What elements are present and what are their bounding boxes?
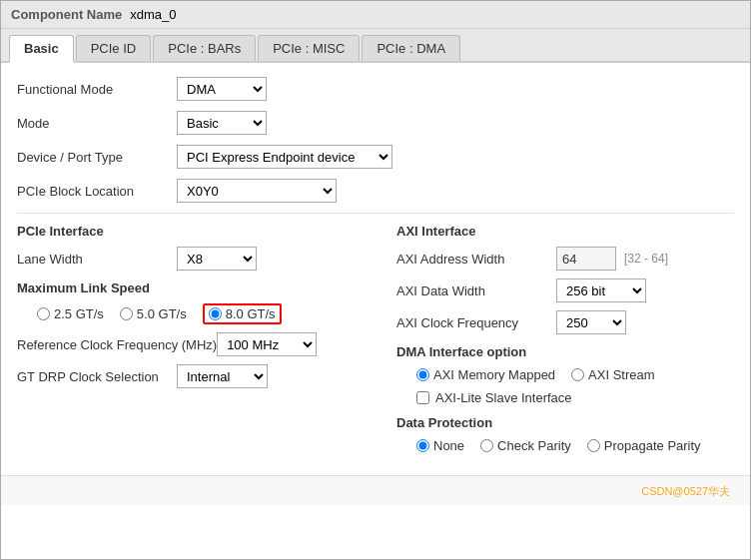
tab-pcie-bars[interactable]: PCIe : BARs [153,35,256,61]
device-port-type-select[interactable]: PCI Express Endpoint device [177,145,392,169]
speed-50-label: 5.0 GT/s [137,306,187,321]
bottom-bar: CSDN@0527华夫 [1,475,750,505]
tab-pcie-dma[interactable]: PCIe : DMA [362,35,460,61]
axi-address-width-hint: [32 - 64] [624,252,668,266]
axi-lite-row: AXI-Lite Slave Interface [416,390,734,405]
speed-25-label: 2.5 GT/s [54,306,104,321]
axi-memory-mapped-label: AXI Memory Mapped [433,367,555,382]
tab-pcie-misc[interactable]: PCIe : MISC [258,35,360,61]
protection-check-parity-radio[interactable] [480,439,493,452]
protection-propagate-parity-option[interactable]: Propagate Parity [587,438,701,453]
data-protection-radio-group: None Check Parity Propagate Parity [416,438,734,453]
speed-25-radio[interactable] [37,307,50,320]
axi-address-width-label: AXI Address Width [396,252,556,267]
axi-stream-radio[interactable] [571,368,584,381]
max-link-speed-title: Maximum Link Speed [17,280,376,295]
speed-25-option[interactable]: 2.5 GT/s [37,306,104,321]
axi-lite-label: AXI-Lite Slave Interface [435,390,572,405]
lane-width-select[interactable]: X8 [177,247,257,271]
protection-none-radio[interactable] [416,439,429,452]
pcie-block-location-select[interactable]: X0Y0 [177,179,337,203]
gt-drp-select[interactable]: Internal [177,364,268,388]
device-port-type-label: Device / Port Type [17,150,177,165]
protection-check-parity-option[interactable]: Check Parity [480,438,571,453]
functional-mode-label: Functional Mode [17,82,177,97]
axi-clock-freq-select[interactable]: 250 [556,310,626,334]
speed-radio-group: 2.5 GT/s 5.0 GT/s 8.0 GT/s [37,303,376,324]
protection-propagate-parity-radio[interactable] [587,439,600,452]
component-name-value: xdma_0 [130,7,176,22]
axi-clock-freq-label: AXI Clock Frequency [396,315,556,330]
lane-width-label: Lane Width [17,252,177,267]
mode-select[interactable]: Basic [177,111,267,135]
speed-50-radio[interactable] [120,307,133,320]
axi-memory-mapped-option[interactable]: AXI Memory Mapped [416,367,555,382]
axi-interface-title: AXI Interface [396,224,734,239]
axi-data-width-label: AXI Data Width [396,283,556,298]
protection-none-option[interactable]: None [416,438,464,453]
speed-80-option[interactable]: 8.0 GT/s [203,303,282,324]
data-protection-title: Data Protection [396,415,734,430]
ref-clock-label: Reference Clock Frequency (MHz) [17,337,217,352]
tab-basic[interactable]: Basic [9,35,74,63]
functional-mode-select[interactable]: DMA [177,77,267,101]
dma-interface-radio-group: AXI Memory Mapped AXI Stream [416,367,734,382]
tab-pcie-id[interactable]: PCIe ID [76,35,152,61]
watermark: CSDN@0527华夫 [641,484,730,499]
mode-label: Mode [17,116,177,131]
component-name-label: Component Name [11,7,122,22]
axi-address-width-input[interactable] [556,247,616,271]
ref-clock-select[interactable]: 100 MHz [217,332,317,356]
speed-80-label: 8.0 GT/s [226,306,276,321]
pcie-block-location-label: PCIe Block Location [17,184,177,199]
protection-check-parity-label: Check Parity [497,438,571,453]
protection-none-label: None [433,438,464,453]
speed-50-option[interactable]: 5.0 GT/s [120,306,187,321]
tab-bar: Basic PCIe ID PCIe : BARs PCIe : MISC PC… [1,29,750,63]
gt-drp-label: GT DRP Clock Selection [17,369,177,384]
axi-stream-label: AXI Stream [588,367,654,382]
axi-lite-checkbox[interactable] [416,391,429,404]
axi-data-width-select[interactable]: 256 bit [556,279,646,302]
protection-propagate-parity-label: Propagate Parity [604,438,701,453]
speed-80-radio[interactable] [209,307,222,320]
pcie-interface-title: PCIe Interface [17,224,376,239]
axi-stream-option[interactable]: AXI Stream [571,367,654,382]
axi-memory-mapped-radio[interactable] [416,368,429,381]
dma-interface-title: DMA Interface option [396,344,734,359]
